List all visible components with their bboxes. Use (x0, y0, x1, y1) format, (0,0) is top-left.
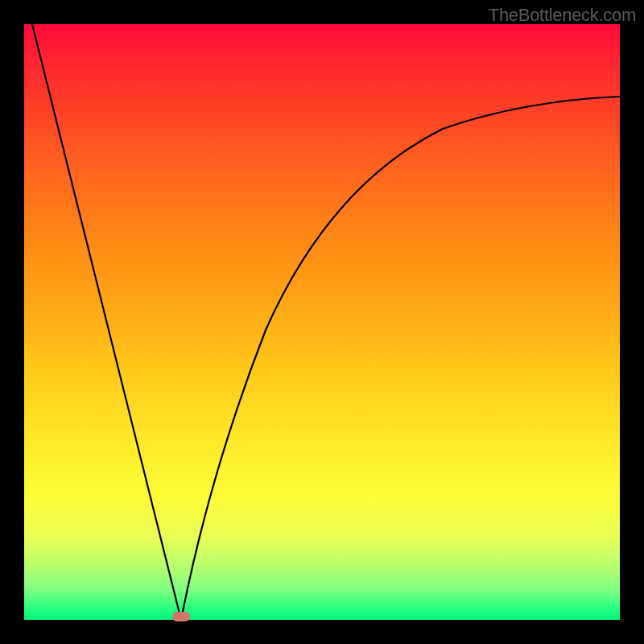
chart-frame: TheBottleneck.com (0, 0, 644, 644)
curve-layer (24, 24, 620, 620)
curve-right-branch (181, 97, 620, 620)
optimum-marker (172, 612, 190, 621)
curve-left-branch (32, 24, 181, 620)
plot-area (24, 24, 620, 620)
watermark-text: TheBottleneck.com (489, 5, 636, 26)
